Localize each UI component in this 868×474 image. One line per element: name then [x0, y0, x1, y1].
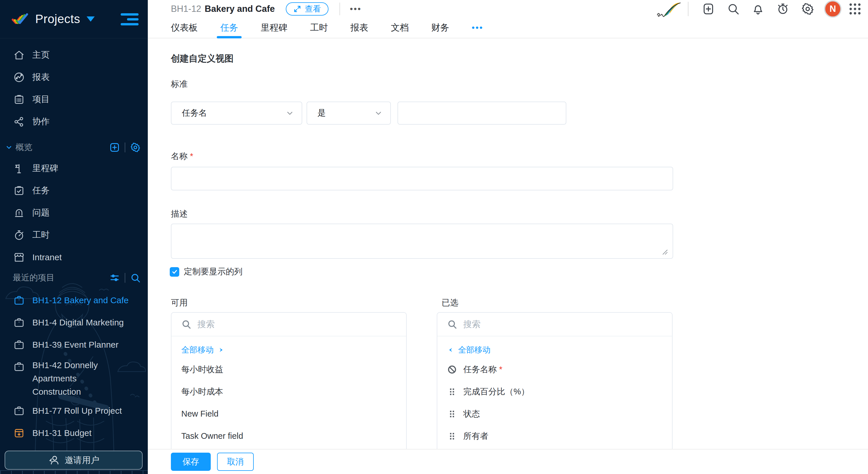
briefcase-icon [13, 317, 25, 328]
search-icon [181, 319, 191, 329]
tab-documents[interactable]: 文档 [391, 17, 409, 38]
cancel-button[interactable]: 取消 [217, 453, 254, 471]
name-label: 名称* [171, 150, 193, 162]
expand-icon [293, 5, 301, 13]
sidebar-collapse-button[interactable] [121, 13, 138, 25]
selected-item-locked[interactable]: 任务名称 * [437, 358, 672, 380]
invite-users-button[interactable]: 邀请用户 [5, 451, 143, 470]
tab-finance[interactable]: 财务 [431, 17, 449, 38]
briefcase-icon [13, 405, 25, 416]
tab-reports[interactable]: 报表 [350, 17, 368, 38]
add-section-item-button[interactable] [109, 142, 120, 153]
sidebar-bottom-ornament [0, 470, 148, 474]
global-toolbar: N [655, 0, 868, 18]
criteria-field-dropdown[interactable]: 任务名 [171, 102, 302, 125]
selected-search [437, 313, 672, 336]
reports-icon [13, 72, 25, 83]
sidebar-item-milestones[interactable]: 里程碑 [0, 157, 148, 179]
chevron-down-icon [5, 144, 13, 151]
app-switcher-caret-icon[interactable] [87, 16, 95, 22]
checkbox-checked-icon [170, 267, 179, 277]
move-all-left-link[interactable]: 全部移动 [447, 344, 490, 356]
apps-grid-icon[interactable] [848, 2, 862, 15]
notifications-bell-icon[interactable] [750, 1, 766, 16]
selected-search-input[interactable] [463, 319, 665, 329]
divider [339, 3, 340, 15]
add-new-button[interactable] [701, 1, 716, 16]
sidebar: Projects 主页 报表 项目 协作 [0, 0, 148, 474]
tab-tasks[interactable]: 任务 [220, 17, 238, 38]
save-button[interactable]: 保存 [171, 453, 211, 471]
task-check-icon [13, 185, 25, 197]
tab-milestones[interactable]: 里程碑 [261, 17, 287, 38]
view-name-input[interactable] [171, 167, 673, 191]
issue-alarm-icon [13, 207, 25, 219]
project-more-menu[interactable]: ••• [350, 4, 362, 14]
tab-dashboard[interactable]: 仪表板 [171, 17, 198, 38]
project-code: BH1-12 [171, 4, 201, 14]
stopwatch-icon [13, 229, 25, 241]
arrow-left-icon [447, 346, 454, 353]
section-settings-gear-icon[interactable] [130, 142, 141, 153]
project-header: BH1-12 Bakery and Cafe 查看 ••• [148, 0, 868, 38]
locked-prohibit-icon [447, 365, 457, 374]
briefcase-icon [13, 295, 25, 306]
selected-item[interactable]: 状态 [437, 403, 672, 425]
selected-label: 已选 [442, 297, 458, 309]
drag-handle-icon[interactable] [447, 409, 457, 419]
search-projects-icon[interactable] [130, 272, 141, 283]
sidebar-section-overview[interactable]: 概览 [0, 140, 148, 155]
recent-project-roll-up[interactable]: BH1-77 Roll Up Project [0, 400, 148, 422]
selected-item[interactable]: 所有者 [437, 425, 672, 447]
collaboration-icon [13, 116, 25, 128]
sidebar-item-home[interactable]: 主页 [0, 44, 148, 66]
filter-sliders-icon[interactable] [109, 272, 120, 283]
page-title: 创建自定义视图 [171, 53, 234, 65]
briefcase-icon [13, 339, 25, 350]
available-item[interactable]: 每小时成本 [172, 380, 406, 403]
search-icon [447, 319, 457, 329]
selected-item[interactable]: 完成百分比（%） [437, 380, 672, 403]
project-name: Bakery and Cafe [205, 4, 275, 14]
app-title: Projects [35, 12, 80, 26]
customize-columns-checkbox[interactable]: 定制要显示的列 [170, 266, 243, 277]
sidebar-item-collaboration[interactable]: 协作 [0, 110, 148, 133]
drag-handle-icon[interactable] [447, 431, 457, 441]
move-all-right-link[interactable]: 全部移动 [181, 344, 224, 356]
recent-project-digital-marketing[interactable]: BH1-4 Digital Marketing [0, 311, 148, 334]
storefront-icon [13, 251, 25, 263]
recent-project-donnelly-apartments[interactable]: BH1-42 Donnelly Apartments Construction [0, 356, 148, 400]
criteria-operator-dropdown[interactable]: 是 [307, 102, 391, 125]
recent-project-budget[interactable]: BH1-31 Budget [0, 422, 148, 444]
briefcase-icon [13, 361, 25, 372]
timer-icon[interactable] [775, 1, 790, 16]
available-search [172, 313, 406, 336]
sidebar-item-reports[interactable]: 报表 [0, 66, 148, 88]
sidebar-item-projects[interactable]: 项目 [0, 88, 148, 110]
sidebar-item-timesheet[interactable]: 工时 [0, 224, 148, 246]
invite-user-icon [48, 454, 59, 466]
available-item[interactable]: 每小时收益 [172, 358, 406, 380]
divider [125, 142, 125, 152]
user-avatar[interactable]: N [824, 0, 841, 18]
sidebar-item-issues[interactable]: 问题 [0, 202, 148, 224]
available-item[interactable]: Task Owner field [172, 425, 406, 447]
clipboard-icon [13, 94, 25, 105]
available-search-input[interactable] [197, 319, 399, 329]
recent-project-event-planner[interactable]: BH1-39 Event Planner [0, 334, 148, 356]
settings-gear-icon[interactable] [800, 1, 815, 16]
view-project-button[interactable]: 查看 [286, 2, 329, 15]
available-item[interactable]: New Field [172, 403, 406, 425]
signature-feather-icon[interactable] [655, 0, 682, 18]
tab-timesheet[interactable]: 工时 [310, 17, 328, 38]
criteria-value-input[interactable] [398, 102, 566, 125]
sidebar-item-tasks[interactable]: 任务 [0, 179, 148, 202]
tabs-more-menu[interactable]: ••• [472, 23, 484, 33]
description-textarea[interactable] [171, 224, 673, 259]
sidebar-main-nav: 主页 报表 项目 协作 [0, 44, 148, 133]
drag-handle-icon[interactable] [447, 387, 457, 397]
recent-project-bakery-and-cafe[interactable]: BH1-12 Bakery and Cafe [0, 289, 148, 311]
sidebar-item-intranet[interactable]: Intranet [0, 246, 148, 268]
projects-logo-icon [11, 9, 30, 29]
search-icon[interactable] [726, 1, 741, 16]
